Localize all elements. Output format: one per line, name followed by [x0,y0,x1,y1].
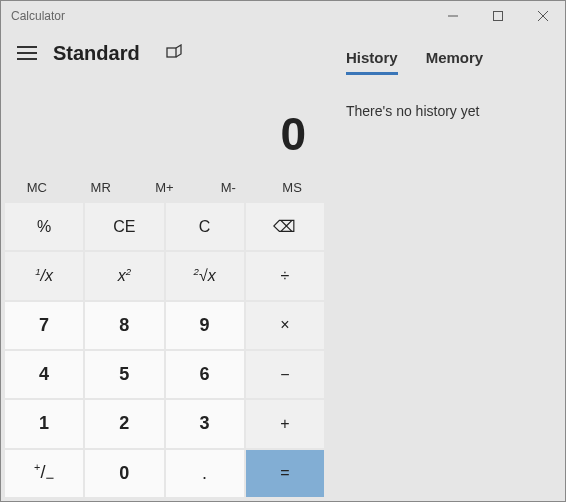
window-controls [430,1,565,31]
tab-history[interactable]: History [346,49,398,75]
plus-label: + [280,415,289,433]
digit-0-label: 0 [119,463,129,484]
digit-5-label: 5 [119,364,129,385]
square-label: x2 [118,266,131,285]
backspace-button[interactable]: ⌫ [246,203,324,250]
c-label: C [199,218,211,236]
percent-label: % [37,218,51,236]
digit-2-button[interactable]: 2 [85,400,163,447]
clear-button[interactable]: C [166,203,244,250]
digit-9-button[interactable]: 9 [166,302,244,349]
header: Standard [5,31,324,75]
reciprocal-label: 1/x [35,266,53,285]
history-empty-message: There's no history yet [346,103,547,119]
digit-1-label: 1 [39,413,49,434]
svg-rect-1 [493,12,502,21]
multiply-label: × [280,316,289,334]
digit-5-button[interactable]: 5 [85,351,163,398]
multiply-button[interactable]: × [246,302,324,349]
keep-on-top-icon[interactable] [166,44,182,63]
digit-4-button[interactable]: 4 [5,351,83,398]
titlebar: Calculator [1,1,565,31]
negate-label: +/− [34,461,54,486]
digit-2-label: 2 [119,413,129,434]
decimal-button[interactable]: . [166,450,244,497]
square-button[interactable]: x2 [85,252,163,299]
digit-7-label: 7 [39,315,49,336]
ce-label: CE [113,218,135,236]
keypad: % CE C ⌫ 1/x x2 2√x ÷ 7 8 9 × 4 5 6 − 1 … [5,203,324,497]
window-title: Calculator [1,9,65,23]
content: Standard 0 MC MR M+ M- MS % CE C ⌫ 1/x x… [1,31,565,501]
digit-6-label: 6 [200,364,210,385]
maximize-button[interactable] [475,1,520,31]
memory-clear-button[interactable]: MC [5,171,69,203]
side-panel: History Memory There's no history yet [328,31,565,501]
sqrt-label: 2√x [194,266,216,285]
negate-button[interactable]: +/− [5,450,83,497]
divide-button[interactable]: ÷ [246,252,324,299]
digit-4-label: 4 [39,364,49,385]
minus-button[interactable]: − [246,351,324,398]
digit-0-button[interactable]: 0 [85,450,163,497]
calculator-main: Standard 0 MC MR M+ M- MS % CE C ⌫ 1/x x… [1,31,328,501]
memory-store-button[interactable]: MS [260,171,324,203]
svg-rect-4 [167,48,176,57]
percent-button[interactable]: % [5,203,83,250]
decimal-label: . [202,463,207,484]
digit-3-label: 3 [200,413,210,434]
close-button[interactable] [520,1,565,31]
backspace-icon: ⌫ [273,217,296,236]
memory-minus-button[interactable]: M- [196,171,260,203]
divide-label: ÷ [280,267,289,285]
minus-label: − [280,366,289,384]
memory-recall-button[interactable]: MR [69,171,133,203]
plus-button[interactable]: + [246,400,324,447]
memory-row: MC MR M+ M- MS [5,171,324,203]
equals-label: = [280,464,289,482]
digit-8-button[interactable]: 8 [85,302,163,349]
digit-7-button[interactable]: 7 [5,302,83,349]
menu-icon[interactable] [17,46,37,60]
equals-button[interactable]: = [246,450,324,497]
sqrt-button[interactable]: 2√x [166,252,244,299]
digit-8-label: 8 [119,315,129,336]
memory-plus-button[interactable]: M+ [133,171,197,203]
digit-6-button[interactable]: 6 [166,351,244,398]
reciprocal-button[interactable]: 1/x [5,252,83,299]
mode-title: Standard [53,42,140,65]
minimize-button[interactable] [430,1,475,31]
tab-memory[interactable]: Memory [426,49,484,75]
display: 0 [5,75,324,171]
digit-1-button[interactable]: 1 [5,400,83,447]
side-tabs: History Memory [346,43,547,75]
digit-3-button[interactable]: 3 [166,400,244,447]
digit-9-label: 9 [200,315,210,336]
clear-entry-button[interactable]: CE [85,203,163,250]
